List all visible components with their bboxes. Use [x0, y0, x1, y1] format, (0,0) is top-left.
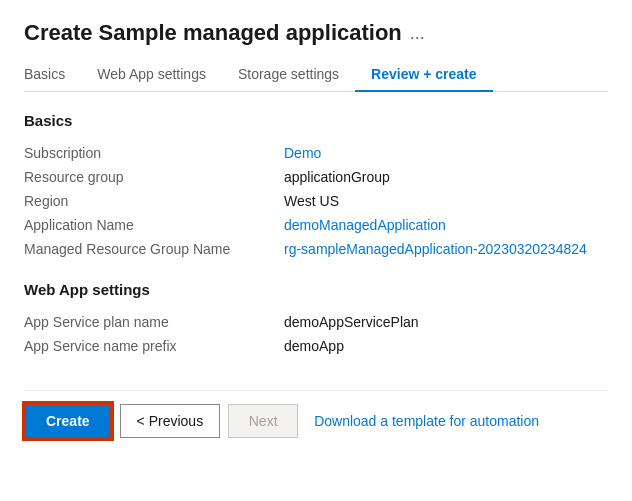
- basics-section-title: Basics: [24, 112, 608, 129]
- table-row: Application Name demoManagedApplication: [24, 213, 608, 237]
- app-name-value: demoManagedApplication: [284, 213, 608, 237]
- app-service-prefix-label: App Service name prefix: [24, 334, 284, 358]
- app-name-label: Application Name: [24, 213, 284, 237]
- resource-group-label: Resource group: [24, 165, 284, 189]
- tab-webapp[interactable]: Web App settings: [81, 58, 222, 92]
- tab-review[interactable]: Review + create: [355, 58, 492, 92]
- footer: Create < Previous Next Download a templa…: [24, 390, 608, 439]
- resource-group-value: applicationGroup: [284, 165, 608, 189]
- table-row: Region West US: [24, 189, 608, 213]
- page-container: Create Sample managed application ... Ba…: [0, 0, 632, 459]
- app-service-plan-label: App Service plan name: [24, 310, 284, 334]
- app-service-plan-value: demoAppServicePlan: [284, 310, 608, 334]
- download-template-link[interactable]: Download a template for automation: [314, 413, 539, 429]
- subscription-value: Demo: [284, 141, 608, 165]
- tab-bar: Basics Web App settings Storage settings…: [24, 58, 608, 92]
- table-row: Subscription Demo: [24, 141, 608, 165]
- subscription-label: Subscription: [24, 141, 284, 165]
- tab-basics[interactable]: Basics: [24, 58, 81, 92]
- table-row: Resource group applicationGroup: [24, 165, 608, 189]
- table-row: App Service name prefix demoApp: [24, 334, 608, 358]
- table-row: App Service plan name demoAppServicePlan: [24, 310, 608, 334]
- webapp-section-title: Web App settings: [24, 281, 608, 298]
- page-title-row: Create Sample managed application ...: [24, 20, 608, 46]
- table-row: Managed Resource Group Name rg-sampleMan…: [24, 237, 608, 261]
- tab-storage[interactable]: Storage settings: [222, 58, 355, 92]
- next-button: Next: [228, 404, 298, 438]
- basics-table: Subscription Demo Resource group applica…: [24, 141, 608, 261]
- previous-button[interactable]: < Previous: [120, 404, 221, 438]
- app-service-prefix-value: demoApp: [284, 334, 608, 358]
- managed-rg-label: Managed Resource Group Name: [24, 237, 284, 261]
- title-ellipsis: ...: [410, 23, 425, 44]
- page-title: Create Sample managed application: [24, 20, 402, 46]
- managed-rg-value: rg-sampleManagedApplication-202303202348…: [284, 237, 608, 261]
- region-value: West US: [284, 189, 608, 213]
- webapp-table: App Service plan name demoAppServicePlan…: [24, 310, 608, 358]
- create-button[interactable]: Create: [24, 403, 112, 439]
- region-label: Region: [24, 189, 284, 213]
